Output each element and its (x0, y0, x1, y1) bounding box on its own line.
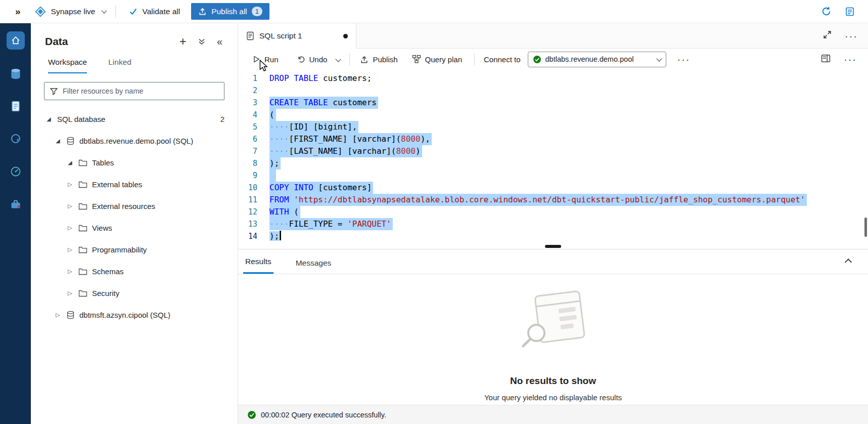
code-lines: 1DROP TABLE customers;23CREATE TABLE cus… (238, 72, 868, 242)
tree-item-views[interactable]: ▷Views (31, 217, 238, 239)
publish-icon (360, 55, 369, 64)
database-icon (66, 311, 75, 319)
tree-item-label: Security (92, 289, 119, 298)
tree-item-security[interactable]: ▷Security (31, 282, 238, 304)
filter-funnel-icon (50, 87, 58, 96)
chevron-expanded-icon[interactable]: ◢ (45, 116, 53, 122)
refresh-icon[interactable] (821, 6, 832, 17)
top-command-bar: » Synapse live Validate all Publish all … (0, 0, 868, 23)
sql-code-editor[interactable]: 1DROP TABLE customers;23CREATE TABLE cus… (238, 70, 868, 244)
editor-more-icon[interactable]: ··· (844, 57, 857, 62)
validate-all-button[interactable]: Validate all (125, 4, 184, 19)
editor-scrollbar-thumb[interactable] (864, 218, 867, 237)
chevron-collapsed-icon[interactable]: ▷ (66, 268, 74, 275)
collapse-results-icon[interactable] (846, 258, 851, 267)
divider (474, 53, 475, 65)
tab-more-options-icon[interactable]: ··· (845, 33, 858, 38)
collapse-all-icon[interactable] (198, 37, 206, 46)
splitter-handle[interactable] (545, 245, 561, 248)
tree-item-sql-database[interactable]: ◢SQL database2 (31, 108, 238, 130)
pool-selector[interactable]: dbtlabs.revenue.demo.pool (528, 52, 666, 67)
folder-icon (78, 246, 87, 253)
query-plan-icon (412, 55, 421, 64)
tree-item-schemas[interactable]: ▷Schemas (31, 261, 238, 282)
line-number: 3 (238, 97, 269, 109)
status-success-icon (247, 410, 256, 419)
tree-item-label: Schemas (92, 267, 124, 276)
undo-icon (297, 55, 305, 64)
expand-panel-icon[interactable]: » (15, 6, 21, 17)
run-button[interactable]: Run (247, 51, 284, 67)
results-body: No results to show Your query yielded no… (238, 274, 868, 405)
chevron-down-icon[interactable] (102, 8, 107, 13)
line-number: 9 (238, 169, 269, 182)
filter-resources-input[interactable] (63, 87, 219, 95)
tab-results[interactable]: Results (243, 257, 273, 274)
line-number: 6 (238, 133, 269, 145)
chevron-collapsed-icon[interactable]: ▷ (66, 181, 74, 188)
main-content: SQL script 1 ··· Run Undo Publish Query … (238, 23, 868, 424)
integrate-nav-icon[interactable] (0, 126, 31, 151)
editor-results-splitter (238, 244, 868, 249)
tree-item-external-tables[interactable]: ▷External tables (31, 174, 238, 195)
chevron-expanded-icon[interactable]: ◢ (66, 159, 74, 166)
folder-icon (78, 181, 87, 188)
mode-selector[interactable]: Synapse live (51, 7, 96, 16)
tree-item-label: Programmability (92, 245, 147, 254)
monitor-nav-icon[interactable] (0, 159, 31, 184)
release-notes-icon[interactable] (845, 7, 855, 17)
filter-resources-box (44, 82, 224, 100)
home-nav-icon[interactable] (0, 28, 31, 53)
publish-button[interactable]: Publish (355, 51, 402, 67)
publish-all-button[interactable]: Publish all 1 (191, 3, 269, 20)
tree-item-external-resources[interactable]: ▷External resources (31, 195, 238, 217)
tree-item-dbtmsft-azsyn-cipool-sql[interactable]: ▷dbtmsft.azsyn.cipool (SQL) (31, 304, 238, 326)
collapse-panel-icon[interactable]: « (217, 37, 222, 46)
tab-workspace[interactable]: Workspace (48, 58, 87, 73)
tab-messages[interactable]: Messages (294, 259, 334, 274)
tree-item-label: External tables (92, 180, 142, 189)
manage-nav-icon[interactable] (0, 192, 31, 217)
chevron-collapsed-icon[interactable]: ▷ (66, 203, 74, 209)
chevron-expanded-icon[interactable]: ◢ (54, 138, 62, 144)
code-line: 12WITH ( (238, 206, 868, 218)
properties-panel-icon[interactable] (821, 54, 831, 65)
data-nav-icon[interactable] (0, 62, 31, 86)
success-check-icon (533, 55, 541, 64)
document-tabstrip: SQL script 1 ··· (238, 23, 868, 49)
line-number: 13 (238, 218, 269, 230)
tab-linked[interactable]: Linked (108, 58, 131, 73)
publish-count-badge: 1 (252, 7, 262, 16)
expand-editor-icon[interactable] (823, 30, 832, 41)
chevron-collapsed-icon[interactable]: ▷ (66, 246, 74, 253)
add-resource-icon[interactable]: + (179, 37, 187, 46)
chevron-collapsed-icon[interactable]: ▷ (66, 290, 74, 296)
connect-to-label: Connect to (484, 55, 521, 64)
tree-item-tables[interactable]: ◢Tables (31, 152, 238, 174)
panel-title: Data (45, 35, 168, 48)
line-number: 8 (238, 157, 269, 169)
synapse-logo-icon (35, 6, 46, 17)
develop-nav-icon[interactable] (0, 94, 31, 118)
tree-item-label: dbtmsft.azsyn.cipool (SQL) (79, 311, 170, 319)
folder-icon (78, 289, 87, 297)
check-icon (129, 7, 138, 16)
code-line: 10COPY INTO [customers] (238, 182, 868, 194)
query-plan-button[interactable]: Query plan (407, 51, 467, 67)
code-line: 8); (238, 157, 868, 169)
undo-button[interactable]: Undo (292, 51, 333, 67)
chevron-collapsed-icon[interactable]: ▷ (66, 225, 74, 231)
tree-item-dbtlabs-revenue-demo-pool-sql[interactable]: ◢dbtlabs.revenue.demo.pool (SQL) (31, 130, 238, 152)
item-count: 2 (220, 115, 224, 123)
chevron-collapsed-icon[interactable]: ▷ (54, 312, 62, 318)
code-line: 2 (238, 84, 868, 97)
tree-item-label: Views (92, 224, 112, 232)
line-number: 1 (238, 72, 269, 84)
tree-item-programmability[interactable]: ▷Programmability (31, 239, 238, 261)
undo-dropdown-icon[interactable] (332, 51, 344, 67)
tab-sql-script-1[interactable]: SQL script 1 (238, 23, 356, 49)
query-status-bar: 00:00:02 Query executed successfully. (238, 405, 868, 424)
text-cursor (280, 231, 281, 240)
upload-icon (198, 7, 207, 16)
toolbar-more-icon[interactable]: ··· (677, 57, 691, 62)
